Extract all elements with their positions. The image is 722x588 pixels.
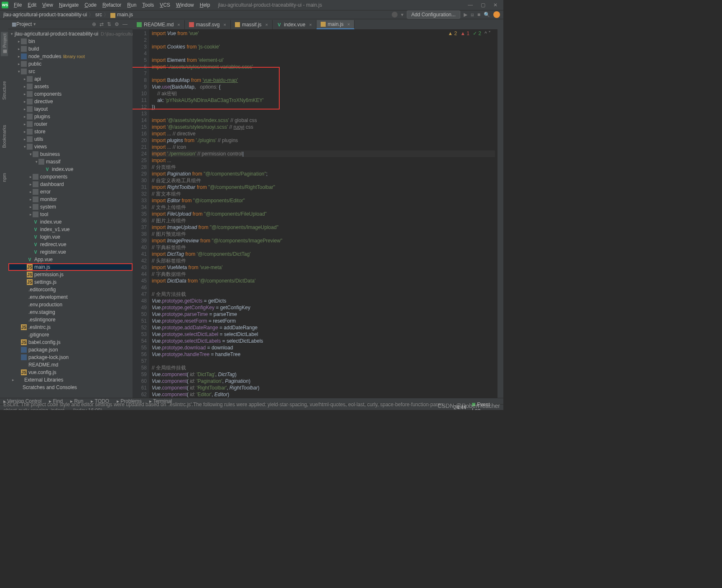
editor-tab[interactable]: main.js×	[316, 20, 355, 29]
menu-window[interactable]: Window	[173, 2, 197, 8]
tree-item[interactable]: ▸router	[8, 120, 133, 128]
tree-item[interactable]: JSvue.config.js	[8, 369, 133, 376]
tree-item[interactable]: package.json	[8, 346, 133, 354]
npm-tool-button[interactable]: npm	[2, 173, 7, 182]
tree-item[interactable]: ▸build	[8, 45, 133, 53]
errors-count[interactable]: ▲ 1	[460, 31, 469, 36]
close-button[interactable]: ✕	[489, 2, 502, 8]
debug-icon[interactable]: ⧆	[471, 12, 474, 18]
minimize-button[interactable]: —	[464, 2, 477, 8]
close-tab-icon[interactable]: ×	[347, 22, 350, 27]
tree-item[interactable]: ▸utils	[8, 135, 133, 143]
tree-item[interactable]: Vredirect.vue	[8, 241, 133, 248]
tree-item[interactable]: JSsettings.js	[8, 278, 133, 286]
editor-tab[interactable]: Vindex.vue×	[273, 20, 316, 29]
tree-item[interactable]: ▸plugins	[8, 113, 133, 120]
tree-item[interactable]: ▸directive	[8, 98, 133, 105]
tree-item[interactable]: ▸tool	[8, 211, 133, 218]
close-tab-icon[interactable]: ×	[265, 22, 268, 27]
collapse-all-icon[interactable]: ⇅	[107, 21, 111, 27]
editor-tab[interactable]: massif.js×	[231, 20, 273, 29]
crumb-file[interactable]: main.js	[117, 12, 133, 18]
tree-item[interactable]: .editorconfig	[8, 286, 133, 293]
structure-tool-button[interactable]: Structure	[2, 81, 7, 100]
tree-item[interactable]: Vindex.vue	[8, 165, 133, 173]
menu-edit[interactable]: Edit	[25, 2, 39, 8]
inspection-widget[interactable]: ▲ 2 ▲ 1 ✓ 2 ^ ˅	[448, 31, 491, 36]
tree-item[interactable]: Vregister.vue	[8, 248, 133, 256]
crumb-root[interactable]: jlau-agricultural-product-traceability-u…	[3, 12, 87, 18]
project-dropdown-icon[interactable]: ▼	[33, 22, 36, 26]
tree-item[interactable]: ▸layout	[8, 105, 133, 113]
maximize-button[interactable]: ▢	[477, 2, 489, 8]
tree-item[interactable]: ▸dashboard	[8, 181, 133, 188]
add-configuration-button[interactable]: Add Configuration...	[407, 10, 460, 19]
tree-item[interactable]: ▸public	[8, 60, 133, 68]
close-tab-icon[interactable]: ×	[177, 22, 180, 27]
tree-item[interactable]: .eslintignore	[8, 316, 133, 323]
tree-item[interactable]: Vindex.vue	[8, 218, 133, 226]
tree-item[interactable]: ▾src	[8, 68, 133, 75]
tree-item[interactable]: ▸components	[8, 173, 133, 181]
bookmarks-tool-button[interactable]: Bookmarks	[2, 125, 7, 148]
project-label[interactable]: Project	[16, 21, 32, 27]
select-opened-file-icon[interactable]: ⊕	[92, 21, 96, 27]
tree-item[interactable]: ▸api	[8, 75, 133, 83]
tree-item[interactable]: ▾views	[8, 143, 133, 150]
insp-nav[interactable]: ^ ˅	[485, 31, 491, 36]
tree-item[interactable]: ▸monitor	[8, 196, 133, 203]
tree-item[interactable]: ▸bin	[8, 38, 133, 45]
editor-tab[interactable]: README.md×	[133, 20, 185, 29]
settings-icon[interactable]: ⚙	[115, 21, 119, 27]
tree-item[interactable]: JSmain.js	[8, 263, 133, 271]
code-content[interactable]: import Vue from 'vue' import Cookies fro…	[149, 29, 497, 398]
code-editor[interactable]: 1234567891011121314151620212425282930313…	[133, 29, 497, 398]
tree-item[interactable]: README.md	[8, 361, 133, 369]
search-icon[interactable]: 🔍	[484, 12, 490, 18]
tree-item[interactable]: JSbabel.config.js	[8, 339, 133, 346]
tree-item[interactable]: ▸External Libraries	[8, 376, 133, 384]
tree-item[interactable]: ▾business	[8, 150, 133, 158]
project-tool-button[interactable]: ▦ Project	[1, 32, 8, 56]
file-tree[interactable]: ▾jlau-agricultural-product-traceability-…	[8, 29, 133, 398]
menu-run[interactable]: Run	[124, 2, 139, 8]
menu-file[interactable]: File	[11, 2, 25, 8]
tree-item[interactable]: package-lock.json	[8, 354, 133, 361]
dropdown-icon[interactable]: ▾	[401, 12, 403, 18]
warnings-count[interactable]: ▲ 2	[448, 31, 457, 36]
tree-item[interactable]: JS.eslintrc.js	[8, 323, 133, 331]
tree-item[interactable]: ▾massif	[8, 158, 133, 165]
user-avatar[interactable]	[493, 11, 500, 18]
tree-item[interactable]: ▸assets	[8, 83, 133, 90]
tree-item[interactable]: Vlogin.vue	[8, 233, 133, 241]
tree-item[interactable]: ▸system	[8, 203, 133, 211]
expand-all-icon[interactable]: ⇄	[99, 21, 104, 27]
tree-item[interactable]: Vindex_v1.vue	[8, 226, 133, 233]
stop-icon[interactable]: ■	[477, 12, 480, 18]
tree-item[interactable]: ▾jlau-agricultural-product-traceability-…	[8, 30, 133, 38]
menu-refactor[interactable]: Refactor	[99, 2, 124, 8]
tree-item[interactable]: JSpermission.js	[8, 271, 133, 278]
menu-help[interactable]: Help	[197, 2, 213, 8]
hide-icon[interactable]: —	[122, 21, 128, 27]
tree-item[interactable]: ▸node_moduleslibrary root	[8, 53, 133, 60]
ok-count[interactable]: ✓ 2	[473, 31, 481, 36]
editor-tab[interactable]: massif.svg×	[185, 20, 231, 29]
menu-vcs[interactable]: VCS	[157, 2, 173, 8]
tree-item[interactable]: Scratches and Consoles	[8, 384, 133, 391]
code-with-me-icon[interactable]	[392, 12, 398, 18]
menu-view[interactable]: View	[39, 2, 56, 8]
tree-item[interactable]: .gitignore	[8, 331, 133, 339]
menu-navigate[interactable]: Navigate	[56, 2, 82, 8]
close-tab-icon[interactable]: ×	[309, 22, 311, 27]
tree-item[interactable]: .env.development	[8, 293, 133, 301]
crumb-src[interactable]: src	[95, 12, 102, 18]
tree-item[interactable]: .env.staging	[8, 308, 133, 316]
close-tab-icon[interactable]: ×	[223, 22, 226, 27]
tree-item[interactable]: ▸components	[8, 90, 133, 98]
tree-item[interactable]: ▸error	[8, 188, 133, 196]
tree-item[interactable]: VApp.vue	[8, 256, 133, 263]
run-icon[interactable]: ▶	[464, 12, 467, 18]
tree-item[interactable]: ▸store	[8, 128, 133, 135]
menu-code[interactable]: Code	[82, 2, 99, 8]
